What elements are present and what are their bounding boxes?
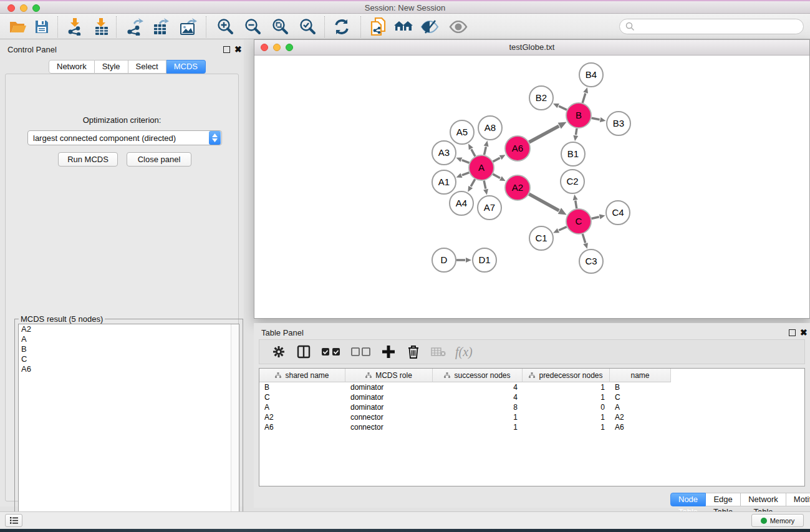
tab-network[interactable]: Network (49, 60, 95, 74)
deselect-all-checks-icon[interactable] (350, 344, 372, 360)
hide-details-icon[interactable] (419, 16, 440, 37)
graph-node-C4[interactable]: C4 (606, 201, 630, 225)
tab-motifs[interactable]: Motifs (786, 493, 810, 506)
export-network-icon[interactable] (124, 16, 145, 37)
edge-A-A8[interactable] (484, 147, 486, 155)
edge-A-A6[interactable] (493, 158, 500, 162)
table-row[interactable]: Adominator80A (259, 402, 804, 412)
zoom-in-icon[interactable] (215, 16, 236, 37)
column-header-shared-name[interactable]: shared name (259, 369, 345, 382)
edge-C-C4[interactable] (591, 217, 599, 219)
tab-style[interactable]: Style (95, 60, 128, 74)
column-header-predecessor-nodes[interactable]: predecessor nodes (523, 369, 610, 382)
graph-node-A2[interactable]: A2 (505, 175, 530, 200)
function-builder-icon[interactable]: f(x) (455, 345, 473, 359)
edge-A6-B[interactable] (529, 126, 559, 142)
settings-gear-icon[interactable] (271, 344, 287, 360)
table-row[interactable]: A2connector11A2 (259, 412, 804, 422)
graph-node-A[interactable]: A (469, 155, 494, 180)
split-columns-icon[interactable] (296, 344, 312, 360)
result-item[interactable]: A2 (19, 324, 239, 334)
select-all-checks-icon[interactable] (321, 344, 342, 360)
open-file-icon[interactable] (7, 16, 29, 37)
column-header-successor-nodes[interactable]: successor nodes (433, 369, 523, 382)
graph-node-A7[interactable]: A7 (478, 196, 501, 220)
edge-B-B4[interactable] (582, 94, 586, 103)
network-graph-canvas[interactable]: B4B2BB3A5A8A6B1A3AC2A1A2A4A7C4CC1C3DD1 (254, 56, 809, 318)
graph-node-A3[interactable]: A3 (432, 141, 456, 165)
apply-layout-icon[interactable] (331, 16, 352, 37)
search-input[interactable] (619, 19, 804, 34)
criterion-select[interactable]: largest connected component (directed) (27, 130, 222, 145)
tab-select[interactable]: Select (128, 60, 166, 74)
column-header-name[interactable]: name (610, 369, 671, 382)
edge-B-B2[interactable] (559, 106, 567, 110)
tab-edge-table[interactable]: Edge Table (706, 493, 741, 506)
home-view-icon[interactable] (393, 16, 414, 37)
zoom-selected-icon[interactable] (297, 16, 318, 37)
show-details-icon[interactable] (448, 16, 469, 37)
graph-node-B2[interactable]: B2 (529, 86, 553, 110)
close-panel-icon[interactable]: ✖ (234, 44, 242, 54)
tab-node-table[interactable]: Node Table (670, 493, 706, 506)
graph-node-A4[interactable]: A4 (450, 191, 473, 215)
graph-node-A5[interactable]: A5 (450, 120, 474, 144)
edge-A2-C[interactable] (529, 194, 559, 210)
run-mcds-button[interactable]: Run MCDS (58, 152, 118, 167)
float-table-panel-icon[interactable] (789, 329, 796, 336)
edge-A-A7[interactable] (484, 181, 486, 189)
mcds-result-list[interactable]: A2ABCA6 (18, 324, 239, 525)
zoom-out-icon[interactable] (242, 16, 263, 37)
result-scrollbar[interactable] (231, 324, 239, 525)
panel-menu-button[interactable] (5, 514, 22, 527)
export-image-icon[interactable] (178, 16, 199, 37)
graph-node-C1[interactable]: C1 (529, 226, 553, 250)
edge-B-B1[interactable] (576, 128, 577, 135)
result-item[interactable]: A6 (19, 364, 239, 374)
close-panel-button[interactable]: Close panel (127, 152, 191, 167)
delete-column-icon[interactable] (405, 344, 422, 360)
copy-network-icon[interactable] (368, 16, 389, 37)
graph-node-C2[interactable]: C2 (561, 170, 584, 193)
edge-C-C3[interactable] (582, 234, 585, 243)
edge-A-A5[interactable] (471, 149, 475, 156)
graph-node-A6[interactable]: A6 (505, 136, 530, 161)
graph-node-D1[interactable]: D1 (473, 248, 496, 272)
import-network-icon[interactable] (64, 16, 85, 37)
edge-A-A1[interactable] (462, 173, 469, 175)
edge-C-C2[interactable] (576, 201, 577, 209)
edge-A-A2[interactable] (493, 174, 500, 178)
graph-node-B3[interactable]: B3 (607, 112, 630, 135)
table-row[interactable]: Cdominator41C (259, 392, 804, 402)
table-row[interactable]: Bdominator41B (259, 382, 804, 392)
graph-node-B4[interactable]: B4 (579, 63, 603, 87)
result-item[interactable]: B (19, 344, 239, 354)
edge-B-B3[interactable] (592, 118, 600, 120)
tab-network-table[interactable]: Network Table (741, 493, 786, 506)
graph-node-C3[interactable]: C3 (579, 249, 603, 273)
zoom-fit-icon[interactable] (269, 16, 291, 37)
node-table[interactable]: shared nameMCDS rolesuccessor nodesprede… (259, 368, 805, 486)
table-row[interactable]: A6connector11A6 (259, 422, 804, 432)
float-panel-icon[interactable] (223, 46, 230, 53)
edge-A-A4[interactable] (471, 179, 475, 186)
export-table-icon[interactable] (150, 16, 171, 37)
close-table-panel-icon[interactable]: ✖ (800, 327, 808, 337)
graph-node-B1[interactable]: B1 (561, 142, 585, 166)
network-window-titlebar[interactable]: testGlobe.txt (254, 40, 809, 56)
column-header-MCDS-role[interactable]: MCDS role (345, 369, 433, 382)
save-session-icon[interactable] (31, 16, 52, 37)
edge-C-C1[interactable] (559, 227, 567, 231)
graph-node-A1[interactable]: A1 (432, 170, 456, 194)
graph-node-B[interactable]: B (566, 103, 591, 128)
graph-node-C[interactable]: C (566, 209, 591, 234)
add-column-icon[interactable] (380, 344, 397, 360)
tab-mcds[interactable]: MCDS (166, 60, 206, 74)
result-item[interactable]: A (19, 334, 239, 344)
edge-A-A3[interactable] (462, 160, 470, 163)
result-item[interactable]: C (19, 354, 239, 364)
memory-button[interactable]: Memory (751, 514, 804, 527)
graph-node-D[interactable]: D (432, 248, 456, 272)
graph-node-A8[interactable]: A8 (478, 116, 502, 140)
import-table-icon[interactable] (90, 16, 112, 37)
